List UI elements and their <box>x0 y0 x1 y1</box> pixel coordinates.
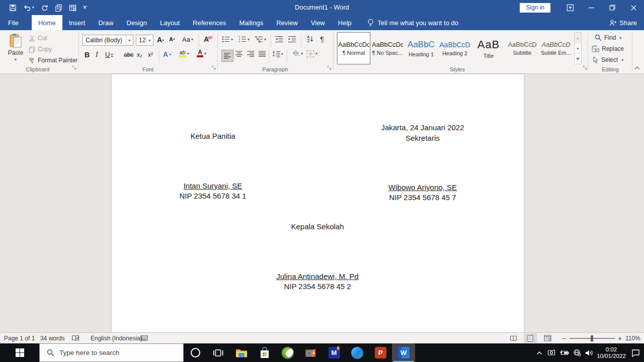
collapse-ribbon-button[interactable] <box>634 64 640 71</box>
zoom-slider-thumb[interactable] <box>591 335 593 341</box>
movie-maker-button[interactable] <box>299 343 323 362</box>
highlight-button[interactable]: ab <box>179 50 189 57</box>
taskbar-clock[interactable]: 0:02 10/01/2022 <box>596 346 627 359</box>
print-layout-button[interactable] <box>524 333 537 343</box>
corel-app-button[interactable] <box>276 343 299 362</box>
bold-button[interactable]: B <box>85 51 90 59</box>
decrease-indent-button[interactable] <box>275 36 283 43</box>
find-button[interactable]: Find <box>595 34 621 41</box>
font-name-select[interactable]: Calibri (Body) ▾ <box>83 35 133 46</box>
zoom-in-button[interactable]: + <box>618 333 622 343</box>
shading-button[interactable] <box>291 50 303 57</box>
font-dialog-launcher[interactable] <box>211 65 216 72</box>
save-button[interactable] <box>9 4 17 12</box>
line-spacing-button[interactable] <box>272 50 283 57</box>
align-left-button[interactable] <box>221 50 233 62</box>
doc-line[interactable]: NIP 2354 5678 45 2 <box>284 282 351 291</box>
copy-button[interactable]: Copy <box>29 46 52 53</box>
style-subtitle[interactable]: AaBbCcD Subtitle <box>506 32 539 64</box>
style-title[interactable]: AaB Title <box>472 32 505 64</box>
change-case-button[interactable]: Aa <box>182 36 193 43</box>
select-button[interactable]: Select <box>593 56 623 63</box>
undo-caret-icon[interactable]: ▾ <box>32 6 34 10</box>
doc-line[interactable]: Ketua Panitia <box>190 132 235 140</box>
tab-review[interactable]: Review <box>270 15 304 30</box>
subscript-button[interactable]: x₂ <box>137 51 142 58</box>
font-color-button[interactable]: A <box>197 50 206 57</box>
styles-scroll-down-button[interactable]: ▼ <box>575 43 581 54</box>
clear-formatting-button[interactable]: A <box>204 35 209 43</box>
paste-button[interactable]: Paste ▾ <box>5 33 26 71</box>
format-painter-button[interactable]: Format Painter <box>29 57 77 64</box>
doc-line[interactable]: NIP 2354 5678 45 7 <box>389 193 456 202</box>
shrink-font-button[interactable]: A <box>169 36 175 42</box>
style-normal[interactable]: AaBbCcDc ¶ Normal <box>337 32 370 64</box>
table-tool-button[interactable] <box>69 4 76 12</box>
font-size-select[interactable]: 12 ▾ <box>136 35 153 46</box>
doc-line[interactable]: Sekretaris <box>406 134 440 142</box>
paragraph-dialog-launcher[interactable] <box>327 65 332 72</box>
style-heading2[interactable]: AaBbCcD Heading 2 <box>438 32 471 64</box>
sign-in-button[interactable]: Sign in <box>520 3 550 13</box>
m-app-button[interactable]: M <box>323 343 346 362</box>
powerpoint-button[interactable]: P <box>369 343 392 362</box>
grow-font-button[interactable]: A <box>157 36 164 44</box>
justify-button[interactable] <box>259 51 266 57</box>
tab-design[interactable]: Design <box>120 15 153 30</box>
page-count[interactable]: Page 1 of 1 <box>4 333 35 343</box>
microsoft-store-button[interactable] <box>253 343 276 362</box>
multilevel-list-button[interactable] <box>255 36 266 43</box>
tray-recorder-button[interactable] <box>545 349 558 356</box>
doc-line[interactable]: Wibowo Ariyono, SE <box>388 183 457 192</box>
document-page[interactable]: Jakarta, 24 Januari 2022 Ketua Panitia S… <box>112 74 524 332</box>
action-center-button[interactable] <box>627 349 644 357</box>
zoom-level[interactable]: 110% <box>625 333 640 343</box>
italic-button[interactable]: I <box>96 51 98 59</box>
restore-button[interactable] <box>602 0 623 15</box>
macro-keyboard-button[interactable] <box>140 333 148 343</box>
styles-gallery-expand-button[interactable]: ▼ <box>575 54 581 64</box>
ribbon-display-options-button[interactable] <box>559 0 581 15</box>
style-no-spacing[interactable]: AaBbCcDc ¶ No Spac... <box>371 32 404 64</box>
zoom-out-button[interactable]: − <box>562 333 566 343</box>
tab-layout[interactable]: Layout <box>153 15 186 30</box>
bullets-button[interactable] <box>222 36 233 43</box>
tab-draw[interactable]: Draw <box>92 15 120 30</box>
taskbar-search-input[interactable]: Type here to search <box>39 343 184 362</box>
chevron-down-icon[interactable]: ▾ <box>126 35 133 45</box>
word-count[interactable]: 34 words <box>40 333 65 343</box>
tab-mailings[interactable]: Mailings <box>233 15 270 30</box>
borders-button[interactable] <box>306 50 317 57</box>
redo-button[interactable] <box>41 4 48 12</box>
file-explorer-button[interactable] <box>230 343 253 362</box>
cortana-button[interactable] <box>184 343 207 362</box>
minimize-button[interactable] <box>581 0 602 15</box>
doc-line[interactable]: Julina Antinadewi, M. Pd <box>276 272 358 281</box>
tray-network-button[interactable] <box>571 349 583 356</box>
doc-line[interactable]: Kepala Sekolah <box>291 222 344 231</box>
close-button[interactable] <box>623 0 644 15</box>
cut-button[interactable]: Cut <box>29 35 47 42</box>
increase-indent-button[interactable] <box>288 36 296 43</box>
tab-file[interactable]: File <box>0 15 27 30</box>
clipboard-dialog-launcher[interactable] <box>72 65 77 72</box>
proofing-status-button[interactable] <box>71 333 79 343</box>
web-layout-button[interactable] <box>541 333 554 343</box>
doc-line[interactable]: Intan Suryani, SE <box>184 182 243 190</box>
copy-qat-button[interactable] <box>55 4 62 12</box>
numbering-button[interactable] <box>238 36 250 43</box>
word-taskbar-button[interactable]: W <box>392 343 415 362</box>
text-effects-button[interactable]: A <box>163 50 171 58</box>
tab-home[interactable]: Home <box>32 15 62 30</box>
undo-button[interactable]: ▾ <box>23 4 34 11</box>
chevron-down-icon[interactable]: ▾ <box>146 35 153 45</box>
align-center-button[interactable] <box>235 51 243 57</box>
underline-button[interactable]: U <box>105 51 113 58</box>
align-right-button[interactable] <box>247 51 255 57</box>
start-button[interactable] <box>0 343 39 362</box>
replace-button[interactable]: Replace <box>592 45 624 52</box>
share-button[interactable]: Share <box>609 15 637 30</box>
show-marks-button[interactable]: ¶ <box>320 35 324 43</box>
superscript-button[interactable]: x² <box>148 51 153 58</box>
read-mode-button[interactable] <box>507 333 520 343</box>
